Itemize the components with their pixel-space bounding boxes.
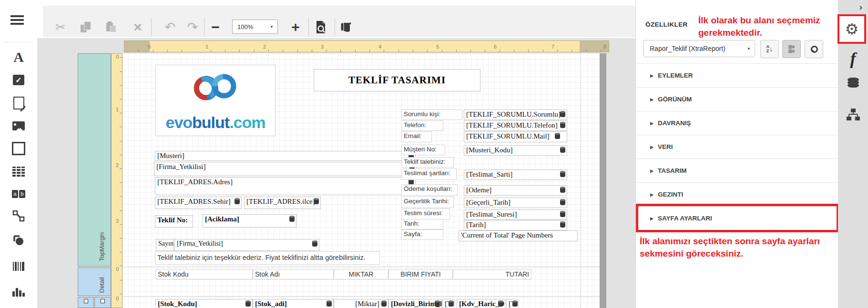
telefon-field[interactable]: [TEKLIF_SORUMLU.Telefon]: [464, 120, 567, 131]
scripts-icon[interactable]: [337, 18, 356, 37]
table-header-stok-kodu[interactable]: Stok Kodu: [155, 269, 253, 279]
email-label[interactable]: Email:: [401, 131, 432, 142]
checkbox-tool-icon[interactable]: ✓: [8, 70, 30, 89]
expressions-tab-icon[interactable]: f: [838, 49, 868, 69]
toolbox-divider: [4, 42, 32, 42]
logo-text: evobulut.com: [156, 113, 275, 132]
detail-t-field[interactable]: [T: [442, 299, 455, 308]
panel-section-label: GEZINTI: [658, 191, 683, 198]
character-comb-tool-icon[interactable]: ab: [8, 184, 30, 203]
panel-tool-icon[interactable]: [8, 139, 30, 158]
panel-section[interactable]: ▶ SAYFA AYARLARI: [636, 206, 838, 230]
aciklama-field[interactable]: [Aciklama]: [203, 214, 296, 228]
report-title-label[interactable]: TEKLİF TASARIMI: [314, 69, 480, 91]
data-sources-tab-icon[interactable]: [848, 79, 859, 88]
tarih-label[interactable]: Tarih:: [401, 219, 443, 229]
label-tool-icon[interactable]: A: [8, 48, 30, 67]
musteri-no-label[interactable]: Müşteri No:: [401, 145, 445, 155]
picture-tool-icon[interactable]: [8, 116, 30, 135]
band-sub-header[interactable]: [78, 297, 94, 308]
odeme-kosullari-label[interactable]: Ödeme koşulları:: [401, 184, 458, 196]
band-sub-header[interactable]: [94, 297, 111, 308]
logo-picture-box[interactable]: evobulut.com: [155, 65, 276, 136]
panel-section[interactable]: ▶ DAVRANIŞ: [636, 111, 838, 135]
band-detail[interactable]: Detail: [78, 268, 111, 296]
table-header-birim-fiyati[interactable]: BIRIM FIYATI: [388, 269, 453, 279]
teklif-no-label[interactable]: Teklif No:: [155, 215, 193, 228]
adres-field[interactable]: [TEKLIF_ADRES.Adres]: [155, 177, 416, 195]
page-number-field[interactable]: 'Current of Total' Page Numbers: [459, 230, 578, 241]
panel-section[interactable]: ▶ EYLEMLER: [636, 63, 838, 87]
database-field-icon: [435, 301, 440, 307]
musteri-kodu-field[interactable]: [Musteri_Kodu]: [464, 145, 567, 156]
teslimat-sartlari-label[interactable]: Teslimat şartları:: [401, 169, 457, 180]
panel-section[interactable]: ▶ TASARIM: [636, 159, 838, 182]
panel-title: ÖZELLIKLER: [645, 21, 688, 28]
barcode-tool-icon[interactable]: [8, 257, 30, 276]
sort-az-button[interactable]: AZ↓: [760, 40, 779, 58]
database-field-icon: [560, 187, 565, 193]
zoom-in-icon[interactable]: +: [286, 18, 305, 37]
panel-section[interactable]: ▶ GÖRÜNÜM: [636, 87, 838, 111]
menu-icon[interactable]: [10, 13, 24, 27]
panel-section[interactable]: ▶ VERI: [636, 135, 838, 159]
detail-t-field[interactable]: [T: [506, 299, 519, 308]
telefon-label[interactable]: Telefon:: [401, 120, 443, 131]
band-top-margin[interactable]: TopMargin: [78, 53, 111, 267]
logo-text-bulut: bulut: [192, 113, 229, 131]
report-page[interactable]: evobulut.com TEKLİF TASARIMI Sorumlu kiş…: [123, 53, 600, 308]
sehir-field[interactable]: [TEKLIF_ADRES.Sehir]: [155, 197, 242, 209]
redo-icon[interactable]: ↷: [183, 18, 202, 37]
paste-icon[interactable]: [102, 18, 121, 37]
stok-kodu-field[interactable]: [Stok_Kodu]: [155, 299, 253, 308]
gecerli-tarih-field[interactable]: [Geçerli_Tarih]: [464, 198, 567, 208]
dovizli-birim-fiyat-field[interactable]: [Dovizli_Birim_Fi: [388, 299, 442, 308]
thanks-label[interactable]: Teklif talebiniz için teşekkür ederiz. F…: [155, 251, 380, 265]
panel-section-label: VERI: [658, 143, 673, 150]
tarih-field[interactable]: [Tarih]: [464, 220, 567, 230]
sayin-label[interactable]: Sayın: [156, 239, 174, 251]
richtext-tool-icon[interactable]: [8, 93, 30, 112]
selected-component: Rapor_Teklif (XtraReport): [650, 45, 725, 52]
teslimat-sarti-field[interactable]: [Teslimat_Sarti]: [464, 169, 567, 180]
collapse-panel-icon[interactable]: ›: [838, 2, 868, 12]
component-selector[interactable]: Rapor_Teklif (XtraReport) ▼: [643, 40, 755, 57]
undo-icon[interactable]: ↶: [161, 18, 180, 37]
sayfa-label[interactable]: Sayfa:: [401, 229, 443, 240]
stok-adi-field[interactable]: [Stok_adi]: [253, 299, 334, 308]
zoom-out-icon[interactable]: −: [206, 18, 225, 37]
ruler-number: 8: [603, 44, 606, 50]
sayin-firma-field[interactable]: [Firma_Yetkilisi]: [174, 239, 319, 251]
copy-icon[interactable]: [76, 18, 95, 37]
chevron-right-icon: ▶: [650, 169, 654, 173]
delete-icon[interactable]: ×: [128, 18, 147, 37]
odeme-field[interactable]: [Odeme]: [464, 185, 567, 196]
ilce-field[interactable]: [TEKLIF_ADRES.ilce]: [244, 197, 321, 209]
shape-tool-icon[interactable]: [8, 231, 30, 250]
table-header-tutari[interactable]: TUTARI: [453, 269, 531, 279]
chart-tool-icon[interactable]: [8, 282, 30, 301]
gecerlilik-tarihi-label[interactable]: Geçerlilik Tarihi:: [401, 197, 454, 208]
panel-section[interactable]: ▶ GEZINTI: [636, 182, 838, 206]
miktar-field[interactable]: [Miktar]: [334, 299, 388, 308]
sorumlu-field[interactable]: [TEKLIF_SORUMLU.Sorumlu]: [464, 109, 567, 120]
line-tool-icon[interactable]: [8, 207, 30, 226]
table-tool-icon[interactable]: [8, 162, 30, 181]
musteri-field[interactable]: [Musteri]: [155, 151, 416, 161]
firma-yetkilisi-field[interactable]: [Firma_Yetkilisi]: [154, 162, 417, 176]
table-header-miktar[interactable]: MIKTAR: [334, 269, 388, 279]
gear-icon[interactable]: ⚙: [845, 20, 859, 38]
search-button[interactable]: [805, 40, 823, 58]
kdv-haric-field[interactable]: [Kdv_Haric_D: [457, 299, 505, 308]
teslimat-suresi-field[interactable]: [Teslimat_Suresi]: [464, 209, 567, 220]
sorumlu-kisi-label[interactable]: Sorumlu kişi:: [401, 109, 462, 120]
mail-field[interactable]: [TEKLIF_SORUMLU.Mail]: [464, 131, 567, 142]
report-explorer-tab-icon[interactable]: [838, 109, 868, 123]
preview-icon[interactable]: [311, 18, 330, 37]
category-view-button[interactable]: ⊞≡⊞≡: [782, 40, 801, 58]
table-header-stok-adi[interactable]: Stok Adı: [253, 269, 334, 279]
teklif-talebiniz-label[interactable]: Teklif talebiniz:: [401, 157, 454, 168]
cut-icon[interactable]: ✂: [51, 18, 70, 37]
zoom-select[interactable]: 100% ▼: [232, 20, 278, 34]
teslim-suresi-label[interactable]: Teslim süresi:: [401, 209, 450, 220]
